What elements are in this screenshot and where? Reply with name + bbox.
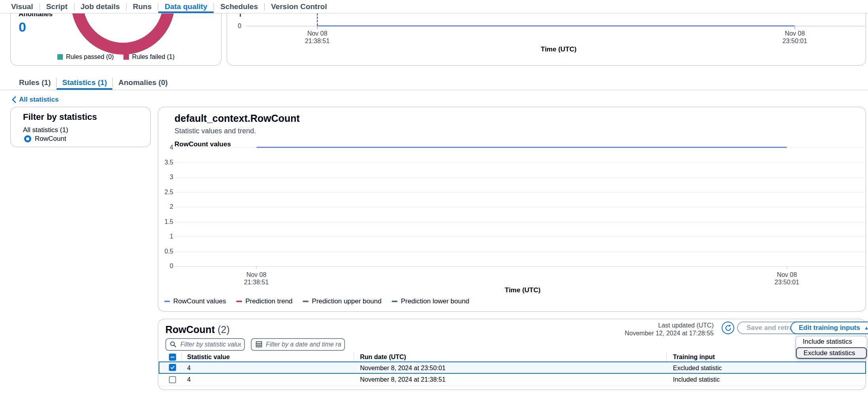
- legend-prediction-upper: Prediction upper bound: [303, 297, 381, 305]
- tab-script[interactable]: Script: [40, 0, 74, 13]
- y-tick-label: 0: [158, 263, 173, 270]
- legend-label: Prediction lower bound: [401, 297, 469, 305]
- edit-training-inputs-button[interactable]: Edit training inputs ▲: [790, 322, 868, 334]
- rules-passed-swatch-icon: [57, 54, 63, 60]
- check-icon: [170, 365, 175, 370]
- dq-section-tabs: Rules (1) Statistics (1) Anomalies (0): [0, 75, 868, 90]
- table-title: RowCount (2): [165, 324, 229, 335]
- filter-by-statistics-card: Filter by statistics All statistics (1) …: [10, 107, 151, 147]
- page: Visual Script Job details Runs Data qual…: [0, 0, 868, 405]
- edit-button-label: Edit training inputs: [799, 324, 860, 332]
- row-checkbox-checked[interactable]: [169, 364, 176, 371]
- tab-version-control[interactable]: Version Control: [265, 0, 333, 13]
- legend-prediction-trend: Prediction trend: [236, 297, 292, 305]
- tab-schedules[interactable]: Schedules: [214, 0, 264, 13]
- series-swatch-icon: [392, 301, 398, 302]
- back-link-label: All statistics: [19, 96, 59, 104]
- legend-label: Rules failed (1): [132, 53, 175, 61]
- select-all-checkbox[interactable]: [169, 354, 176, 361]
- table-row[interactable]: 4 November 8, 2024 at 21:38:51 Included …: [159, 374, 866, 386]
- radio-rowcount[interactable]: RowCount: [24, 135, 66, 143]
- column-separator: [666, 353, 667, 361]
- series-swatch-icon: [236, 301, 242, 302]
- chart-title: default_context.RowCount: [174, 113, 300, 124]
- column-separator: [181, 353, 182, 361]
- cell-training-input: Excluded statistic: [673, 365, 722, 372]
- y-tick-label: 2.5: [158, 189, 173, 196]
- gridline: [175, 192, 865, 193]
- table-title-text: RowCount: [165, 324, 215, 335]
- y-tick-label: 1.5: [158, 218, 173, 225]
- legend-label: Rules passed (0): [66, 53, 114, 61]
- y-axis-title: RowCount values: [174, 140, 231, 148]
- chart-legend: RowCount values Prediction trend Predict…: [164, 297, 469, 305]
- cell-statistic-value: 4: [187, 376, 191, 383]
- x-axis-title: Time (UTC): [519, 45, 598, 53]
- x-tick: [794, 26, 795, 29]
- legend-prediction-lower: Prediction lower bound: [392, 297, 469, 305]
- x-tick-label: Nov 08: [217, 271, 296, 278]
- tab-job-details[interactable]: Job details: [74, 0, 126, 13]
- indeterminate-icon: [171, 357, 174, 358]
- run-series-line: [317, 25, 795, 26]
- job-tab-bar: Visual Script Job details Runs Data qual…: [0, 0, 868, 13]
- rowcount-chart-card: default_context.RowCount Statistic value…: [158, 107, 866, 312]
- chart-subtitle: Statistic values and trend.: [174, 127, 256, 135]
- rowcount-table-card: RowCount (2) Last updated (UTC) November…: [158, 319, 866, 390]
- column-header-training-input[interactable]: Training input: [673, 354, 715, 361]
- filter-panel-title: Filter by statistics: [23, 112, 97, 122]
- column-header-statistic-value[interactable]: Statistic value: [187, 354, 230, 361]
- y-tick-label: 3.5: [158, 159, 173, 166]
- filter-statistic-value-input[interactable]: [165, 338, 245, 351]
- chevron-left-icon: [12, 96, 16, 103]
- y-tick-label: 4: [158, 144, 173, 151]
- radio-label: RowCount: [35, 135, 66, 143]
- row-checkbox-unchecked[interactable]: [169, 376, 176, 383]
- tab-anomalies[interactable]: Anomalies (0): [113, 75, 173, 90]
- filter-date-range-input[interactable]: [251, 338, 345, 351]
- x-tick: [256, 267, 257, 269]
- cell-statistic-value: 4: [187, 365, 191, 372]
- last-updated-value: November 12, 2024 at 17:28:55: [625, 329, 714, 337]
- tab-statistics[interactable]: Statistics (1): [57, 75, 112, 90]
- menu-item-include-statistics[interactable]: Include statistics: [796, 336, 867, 347]
- column-header-run-date[interactable]: Run date (UTC): [360, 354, 406, 361]
- cell-run-date: November 8, 2024 at 23:50:01: [360, 365, 445, 372]
- x-tick-label: 23:50:01: [747, 279, 826, 286]
- x-tick: [787, 267, 787, 269]
- cell-run-date: November 8, 2024 at 21:38:51: [360, 376, 445, 383]
- x-tick-label: 21:38:51: [286, 38, 349, 45]
- run-marker-dashed-line: [317, 13, 318, 26]
- x-tick-label: 21:38:51: [217, 279, 296, 286]
- rules-failed-swatch-icon: [123, 54, 129, 60]
- gridline: [175, 163, 865, 163]
- edit-training-inputs-menu: Include statistics Exclude statistics: [796, 336, 867, 359]
- legend-label: Prediction trend: [245, 297, 292, 305]
- x-tick: [317, 26, 318, 29]
- series-swatch-icon: [303, 301, 309, 302]
- last-updated: Last updated (UTC) November 12, 2024 at …: [625, 322, 714, 337]
- gridline: [175, 222, 865, 222]
- search-icon: [170, 341, 176, 348]
- x-tick-label: 23:50:01: [763, 38, 826, 45]
- tab-rules[interactable]: Rules (1): [13, 75, 56, 90]
- all-statistics-back-link[interactable]: All statistics: [12, 96, 59, 104]
- tab-visual[interactable]: Visual: [5, 0, 40, 13]
- calendar-icon: [256, 341, 262, 348]
- caret-up-icon: ▲: [864, 326, 868, 330]
- gridline: [175, 252, 865, 252]
- x-axis-title: Time (UTC): [483, 286, 562, 294]
- gridline: [175, 237, 865, 237]
- tab-data-quality[interactable]: Data quality: [158, 0, 214, 13]
- x-tick-label: Nov 08: [286, 30, 349, 37]
- table-row[interactable]: 4 November 8, 2024 at 23:50:01 Excluded …: [159, 361, 866, 374]
- tab-runs[interactable]: Runs: [127, 0, 158, 13]
- refresh-button[interactable]: [722, 322, 734, 334]
- radio-selected-icon: [24, 135, 31, 142]
- clipped-y-tick: [240, 14, 241, 17]
- last-updated-label: Last updated (UTC): [625, 322, 714, 329]
- menu-item-exclude-statistics[interactable]: Exclude statistics: [796, 347, 867, 359]
- donut-legend: Rules passed (0) Rules failed (1): [11, 53, 221, 61]
- y-tick-label: 2: [158, 203, 173, 210]
- y-tick-label: 3: [158, 174, 173, 181]
